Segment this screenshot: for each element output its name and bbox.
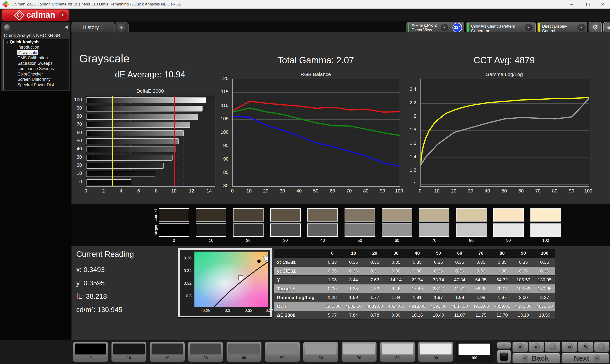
sidebar-item-saturation-sweeps[interactable]: Saturation Sweeps — [4, 61, 69, 66]
display-control-dropdown[interactable]: Direct Display Control ▼ — [537, 22, 587, 33]
gamma-y-axis: 11.21.41.61.822.22.4 — [405, 78, 418, 186]
sidebar-item-grayscale[interactable]: Grayscale — [4, 50, 69, 55]
pattern-level-90[interactable]: 90 — [418, 342, 454, 362]
minimize-button[interactable]: – — [564, 0, 579, 8]
pattern-level-60[interactable]: 60 — [303, 342, 338, 362]
actual-swatch-20 — [233, 208, 263, 221]
axis-tick-label: 0 — [226, 188, 239, 194]
calman-menu-button[interactable]: calman ▼ — [1, 9, 69, 21]
pattern-panel-up-button[interactable]: ▲ — [497, 342, 511, 349]
sidebar-item-cms-calibration[interactable]: CMS Calibration — [4, 55, 69, 61]
restore-button[interactable] — [581, 0, 596, 8]
actual-swatch-40 — [307, 208, 338, 221]
target-swatch-20 — [233, 223, 263, 237]
add-tab-button[interactable]: + — [114, 22, 129, 33]
axis-tick-label: 2 — [97, 188, 110, 194]
table-cell: 0.00 — [322, 286, 343, 291]
axis-tick-label: 50 — [71, 138, 82, 143]
display-name: Direct Display Control — [542, 24, 578, 33]
axis-tick-label: 12 — [185, 188, 198, 194]
axis-tick-label: 10 — [71, 170, 82, 176]
sidebar-tree: ◢Quick AnalysisIntroductionGrayscaleCMS … — [3, 39, 69, 90]
pattern-level-10[interactable]: 10 — [111, 342, 146, 362]
sidebar-item-spectral-power-dist[interactable]: Spectral Power Dist. — [4, 82, 69, 88]
pattern-generator-dropdown[interactable]: CalMAN Client 3 Pattern Generator ▼ — [466, 22, 536, 33]
play-button[interactable]: ▶ — [529, 342, 544, 352]
sidebar-item-luminance-sweeps[interactable]: Luminance Sweeps — [4, 66, 69, 72]
daylight-locus-curve — [214, 262, 268, 307]
pattern-color — [190, 343, 221, 354]
pattern-window-button[interactable] — [497, 350, 511, 363]
window-title: Calman 2025 Calman Ultimate for Business… — [12, 2, 181, 7]
settings-button[interactable]: ⚙ — [589, 22, 602, 33]
stop-button[interactable]: ■ — [512, 342, 528, 352]
table-cell: 0.36 — [385, 269, 406, 274]
table-cell: 84.32 — [492, 277, 513, 283]
axis-tick-label: 1.4 — [405, 154, 416, 159]
table-cell: 1.59 — [343, 295, 364, 300]
deltae-chart-title: DeltaE 2000 — [86, 88, 214, 94]
pattern-level-label: 60 — [303, 356, 338, 360]
single-measure-button[interactable]: [··] — [545, 342, 560, 352]
sidebar-item-label: Introduction — [17, 45, 39, 50]
sidebar-item-introduction[interactable]: Introduction — [4, 45, 69, 50]
sidebar-round-button[interactable] — [4, 24, 11, 31]
close-button[interactable]: × — [595, 0, 610, 8]
next-button[interactable]: Next » — [561, 353, 609, 364]
collapse-panel-button[interactable]: ◀ — [603, 22, 610, 33]
continuous-measure-button[interactable]: ∞ — [562, 342, 577, 352]
generator-dropdown-arrow-icon[interactable]: ▼ — [525, 24, 532, 31]
extra-button-icon — [598, 343, 605, 351]
axis-tick-label: 60 — [71, 130, 82, 135]
swatch-level-label: 40 — [307, 238, 338, 243]
pattern-level-80[interactable]: 80 — [380, 342, 415, 362]
de-average-title: dE Average: 10.94 — [86, 70, 214, 79]
calman-menu-arrow-icon[interactable]: ▼ — [59, 11, 67, 19]
divider — [451, 23, 451, 33]
axis-tick-label: 6 — [132, 188, 145, 194]
deltae-bar-20 — [86, 163, 164, 169]
deltae-bar-100 — [86, 97, 206, 103]
tree-expander-icon[interactable]: ◢ — [6, 41, 8, 43]
chevron-left-icon: ◀ — [607, 25, 610, 30]
back-button[interactable]: « Back — [512, 353, 560, 364]
axis-tick-label: 100 — [582, 188, 595, 194]
pattern-level-20[interactable]: 20 — [150, 342, 185, 362]
table-cell: 64.35 — [470, 277, 492, 283]
pattern-level-70[interactable]: 70 — [341, 342, 377, 362]
table-cell: 4913.00 — [406, 304, 428, 309]
pattern-level-50[interactable]: 50 — [265, 342, 300, 362]
pattern-level-0[interactable]: 0 — [73, 342, 108, 362]
deltae-bar-80 — [86, 114, 198, 120]
sidebar-item-label: Screen Uniformity — [17, 77, 51, 82]
pattern-color — [113, 343, 145, 354]
target-row-label: Target — [154, 224, 158, 236]
cie-x-axis: 0.280.30.320.34 — [195, 308, 268, 313]
app-header: calman ▼ — [0, 9, 610, 21]
loop-button[interactable]: ↻ — [578, 342, 594, 352]
sidebar-item-screen-uniformity[interactable]: Screen Uniformity — [4, 77, 69, 82]
sidebar-collapse-icon[interactable]: ◀ — [65, 24, 68, 29]
meter-dropdown[interactable]: X-Rite i1Pro 2 Direct View ▼ 234 — [406, 22, 464, 33]
pattern-color — [420, 343, 452, 354]
meter-dropdown-arrow-icon[interactable]: ▼ — [441, 24, 448, 31]
actual-swatch-60 — [382, 208, 412, 221]
extra-button[interactable] — [594, 342, 609, 352]
axis-tick-label: 80 — [548, 188, 561, 194]
pattern-level-40[interactable]: 40 — [226, 342, 262, 362]
meter-level-badge[interactable]: 234 — [453, 23, 462, 32]
sidebar-item-colorchecker[interactable]: ColorChecker — [4, 71, 69, 77]
target-swatch-40 — [307, 223, 338, 237]
display-status-bar — [538, 23, 540, 32]
app-icon — [3, 1, 9, 8]
axis-tick-label: 0 — [79, 188, 92, 194]
axis-tick-label: 80 — [359, 188, 372, 194]
sidebar-item-quick-analysis[interactable]: ◢Quick Analysis — [4, 39, 69, 45]
pattern-level-100[interactable]: 100 — [456, 342, 492, 362]
display-dropdown-arrow-icon[interactable]: ▼ — [577, 24, 585, 31]
table-cell: 0.35 — [406, 260, 428, 265]
table-row-target-y: Target Y0.001.354.339.4617.4028.2741.715… — [274, 285, 555, 293]
gear-icon: ⚙ — [592, 24, 598, 31]
pattern-level-30[interactable]: 30 — [188, 342, 223, 362]
tab-history-1[interactable]: History 1 — [71, 22, 114, 33]
